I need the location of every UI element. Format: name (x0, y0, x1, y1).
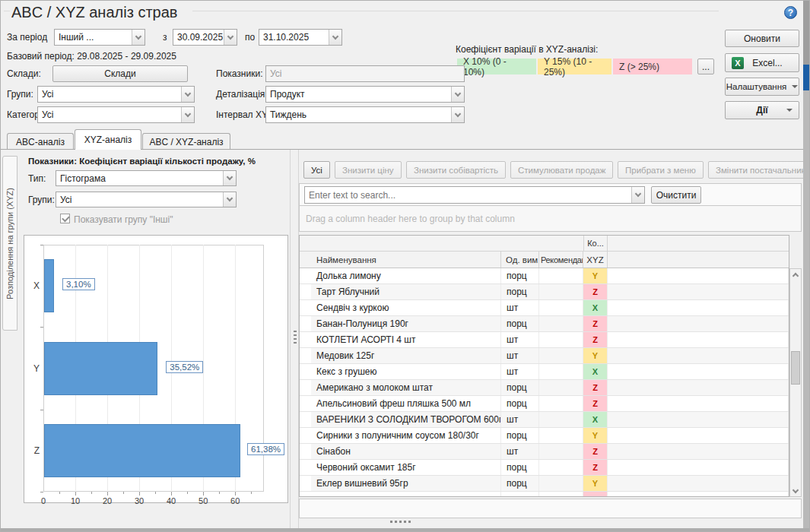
legend-settings-button[interactable]: ... (697, 59, 714, 74)
cell-unit: порц (501, 268, 539, 283)
cell-recommendation (539, 380, 583, 395)
y-axis-tick (40, 410, 43, 410)
chevron-down-icon[interactable] (181, 87, 194, 102)
cell-filler (608, 364, 789, 379)
table-row[interactable]: Кекс з грушеюштX (300, 364, 789, 380)
group-by-band[interactable]: Drag a column header here to group by th… (299, 206, 802, 232)
y-axis-tick (40, 245, 43, 245)
actions-label: Дії (756, 105, 767, 116)
scrollbar-thumb[interactable] (791, 351, 800, 385)
side-tab-label: Розподілення на групи (XYZ) (5, 188, 14, 299)
table-row[interactable]: Американо з молоком штатпорцZ (300, 380, 789, 396)
dropdown-arrow-icon (786, 109, 793, 112)
table-row[interactable]: Червоний оксамит 185гпорцZ (300, 460, 789, 476)
axis-tick (187, 492, 188, 494)
cell-filler (608, 476, 789, 491)
column-header-name[interactable]: Найменування (312, 252, 501, 268)
excel-button[interactable]: Excel... (725, 53, 799, 72)
scroll-down-icon[interactable] (790, 485, 801, 496)
detail-combo[interactable]: Продукт (265, 86, 465, 103)
cell-unit: порц (501, 460, 539, 475)
cell-unit: порц (501, 284, 539, 299)
x-axis-tick-label: 0 (34, 496, 52, 505)
tab-abc-analysis[interactable]: ABC-аналіз (7, 133, 74, 150)
chevron-down-icon[interactable] (223, 192, 236, 207)
axis-tick (107, 492, 108, 496)
table-row[interactable]: ВАРЕНИКИ З СОЛОДКИМ ТВОРОГОМ 600гштX (300, 412, 789, 428)
settings-label: Налаштування (726, 82, 786, 91)
table-row[interactable]: Еклер вишневий 95грпорцY (300, 476, 789, 492)
cell-filler (608, 332, 789, 347)
date-from-picker[interactable]: 30.09.2025 (173, 29, 237, 46)
xyz-badge: Z (583, 396, 608, 411)
chevron-down-icon[interactable] (181, 107, 194, 122)
date-from-label: з (163, 32, 167, 43)
clear-search-button[interactable]: Очистити (651, 186, 701, 204)
window-edge-right (803, 1, 810, 532)
date-to-picker[interactable]: 31.10.2025 (259, 29, 342, 46)
column-header-unit[interactable]: Од. вим. (501, 252, 539, 268)
toolbar-button-reduce-price: Знизити ціну (335, 161, 402, 179)
period-preset-value: Інший ... (59, 32, 94, 43)
toolbar-button-all[interactable]: Усі (303, 161, 330, 179)
chevron-down-icon[interactable] (224, 30, 237, 45)
chart-type-combo[interactable]: Гістограма (56, 170, 237, 186)
chevron-down-icon[interactable] (451, 107, 464, 122)
groups-combo[interactable]: Усі (37, 86, 195, 103)
table-row[interactable]: КОТЛЕТИ АСОРТІ 4 штштZ (300, 332, 789, 348)
cell-name: Медовик 125г (311, 348, 501, 363)
scroll-up-icon[interactable] (790, 269, 801, 280)
side-tab-distribution[interactable]: Розподілення на групи (XYZ) (2, 156, 17, 331)
detail-value: Продукт (270, 89, 305, 100)
cell-recommendation (539, 396, 583, 411)
settings-dropdown-button[interactable]: Налаштування (725, 78, 799, 96)
column-header-xyz[interactable]: XYZ (583, 252, 608, 268)
table-row[interactable]: СінабонштZ (300, 444, 789, 460)
chevron-down-icon[interactable] (451, 87, 464, 102)
chart-panel-title: Показники: Коефіцієнт варіації кількості… (28, 157, 256, 166)
help-icon[interactable] (784, 6, 797, 19)
table-row[interactable]: Банан-Полуниця 190гпорцZ (300, 316, 789, 332)
table-row[interactable]: Z (300, 492, 789, 497)
legend-chip-y: Y 15% (10 - 25%) (538, 59, 611, 74)
tab-abc-xyz-analysis[interactable]: ABC / XYZ-аналіз (142, 133, 230, 150)
chevron-down-icon[interactable] (132, 30, 145, 45)
table-row[interactable]: Тарт ЯблучнийпорцZ (300, 284, 789, 300)
panel-splitter[interactable] (290, 150, 299, 528)
table-row[interactable]: Сирники з полуничним соусом 180/30гпорцY (300, 428, 789, 444)
cell-unit: порц (501, 316, 539, 331)
cell-name (311, 492, 501, 497)
chart-groups-combo[interactable]: Усі (56, 192, 237, 207)
cell-name: КОТЛЕТИ АСОРТІ 4 шт (311, 332, 501, 347)
column-header-recommendation[interactable]: Рекомендації (539, 252, 583, 268)
table-row[interactable]: Апельсиновий фреш пляшка 500 млпорцZ (300, 396, 789, 412)
interval-value: Тиждень (270, 109, 307, 120)
search-input[interactable] (305, 187, 631, 203)
cell-recommendation (539, 284, 583, 299)
warehouses-button[interactable]: Склади (52, 65, 188, 82)
vertical-scrollbar[interactable] (789, 268, 802, 497)
toolbar-button-change-supplier: Змінити постачальника (708, 161, 810, 179)
xyz-badge: Z (583, 380, 608, 395)
table-row[interactable]: Долька лимонупорцY (300, 268, 789, 284)
categories-combo[interactable]: Усі (37, 106, 195, 123)
actions-dropdown-button[interactable]: Дії (725, 101, 799, 119)
bottom-splitter-grip-icon[interactable] (390, 521, 411, 523)
chevron-down-icon[interactable] (223, 171, 236, 185)
x-axis-tick-label: 60 (226, 496, 244, 505)
table-row[interactable]: Сендвіч з куркоюштX (300, 300, 789, 316)
cell-unit: шт (501, 300, 539, 315)
chevron-down-icon[interactable] (631, 187, 644, 203)
legend-chip-z: Z (> 25%) (613, 59, 692, 74)
interval-combo[interactable]: Тиждень (265, 106, 465, 123)
xyz-badge: X (583, 412, 608, 427)
chevron-down-icon[interactable] (329, 30, 341, 45)
xyz-badge: Z (583, 284, 608, 299)
splitter-grip-icon (294, 331, 297, 346)
period-preset-combo[interactable]: Інший ... (54, 29, 145, 46)
xyz-badge: X (583, 364, 608, 379)
table-row[interactable]: Медовик 125гштY (300, 348, 789, 364)
tab-xyz-analysis[interactable]: XYZ-аналіз (75, 129, 141, 150)
cell-recommendation (539, 332, 583, 347)
refresh-button[interactable]: Оновити (725, 30, 799, 47)
